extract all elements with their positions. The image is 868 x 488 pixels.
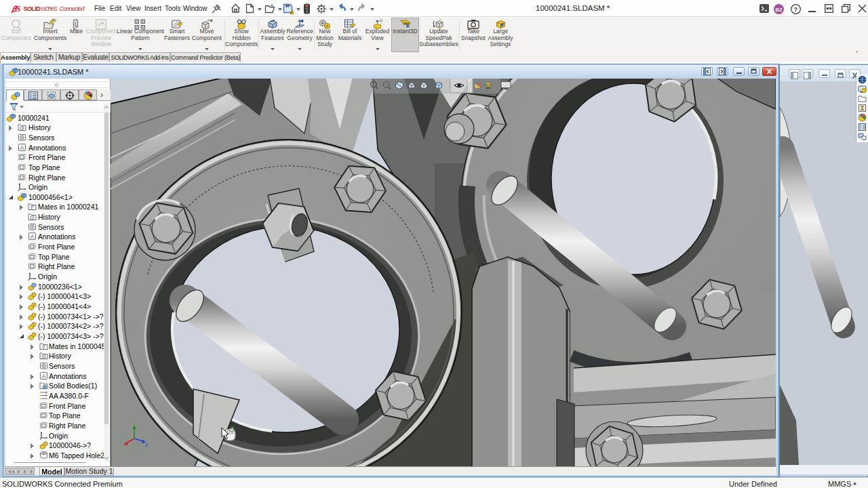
svg-text:WORKS: WORKS: [41, 5, 58, 12]
svg-text:A: A: [20, 144, 24, 151]
svg-text:SOLID: SOLID: [24, 5, 41, 12]
svg-text:Connected: Connected: [60, 5, 85, 12]
svg-text:A: A: [31, 233, 35, 240]
svg-text:𝛽S: 𝛽S: [10, 5, 20, 14]
svg-text:Z: Z: [145, 442, 149, 448]
svg-text:A: A: [42, 373, 46, 380]
svg-text:!: !: [291, 11, 292, 15]
svg-text:?: ?: [794, 5, 798, 13]
svg-text:BZ: BZ: [776, 6, 783, 12]
